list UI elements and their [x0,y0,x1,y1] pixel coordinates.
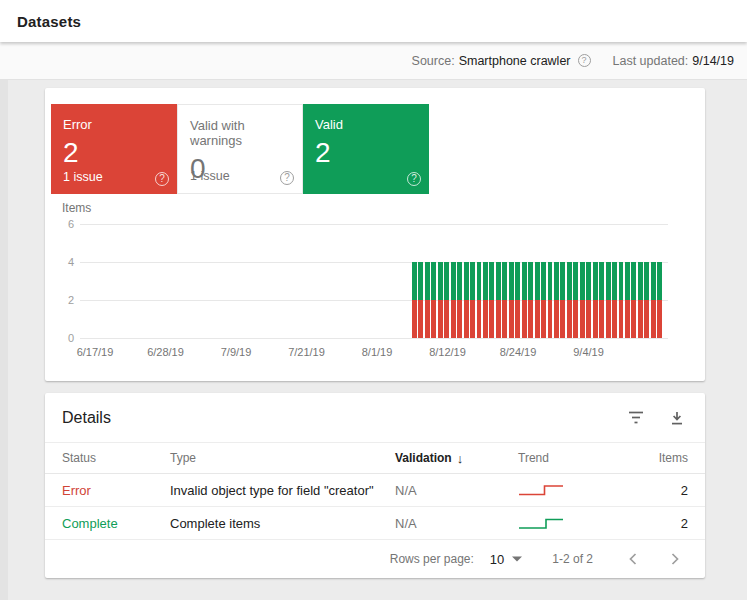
next-page-button[interactable] [667,549,683,569]
items-cell: 2 [630,483,688,498]
download-icon[interactable] [670,411,684,425]
trend-cell [518,482,630,498]
chart-bar [489,262,494,338]
table-row[interactable]: Complete Complete items N/A 2 [45,507,705,540]
chart-bar [438,262,443,338]
main-content: Error 2 1 issue ? Valid with warnings 0 … [0,80,747,578]
card-error[interactable]: Error 2 1 issue ? [51,104,177,194]
chart-bar [638,262,643,338]
y-axis-tick-label: 0 [50,332,74,344]
chart-plot: 02466/17/196/28/197/9/197/21/198/1/198/1… [80,224,668,338]
rows-per-page-label: Rows per page: [390,552,474,566]
trend-sparkline [518,482,564,498]
card-valid[interactable]: Valid 2 ? [303,104,429,194]
type-cell: Complete items [170,516,395,531]
chart-bar [625,262,630,338]
chart-bar [483,262,488,338]
validation-cell: N/A [395,483,518,498]
details-panel: Details [45,393,705,578]
chart-bar [502,262,507,338]
table-header-row: Status Type Validation ↓ Trend Items [45,442,705,474]
gridline [80,338,668,339]
column-items: Items [630,451,688,465]
chart-bar [560,262,565,338]
type-cell: Invalid object type for field "creator" [170,483,395,498]
x-axis-labels: 6/17/196/28/197/9/197/21/198/1/198/12/19… [80,346,668,360]
card-valid-with-warnings[interactable]: Valid with warnings 0 1 issue ? [177,104,303,194]
chart-bar [431,262,436,338]
y-axis-tick-label: 4 [50,256,74,268]
table-row[interactable]: Error Invalid object type for field "cre… [45,474,705,507]
chart-bar [657,262,662,338]
help-icon[interactable]: ? [155,172,169,186]
source-bar: Source: Smartphone crawler ? Last update… [0,42,747,80]
left-edge-shade [0,80,8,600]
column-trend: Trend [518,451,630,465]
chart-bar [651,262,656,338]
x-axis-tick-label: 7/21/19 [288,346,325,358]
chart-bar [599,262,604,338]
chart-bar [496,262,501,338]
chart-bar [567,262,572,338]
source-value: Smartphone crawler [459,54,571,68]
y-axis-tick-label: 6 [50,218,74,230]
help-icon[interactable]: ? [407,172,421,186]
source-label: Source: [412,54,455,68]
rows-per-page-value: 10 [490,552,504,567]
chart-bar [548,262,553,338]
column-validation[interactable]: Validation ↓ [395,451,518,466]
source-info: Source: Smartphone crawler ? [412,54,591,68]
page: Datasets Source: Smartphone crawler ? La… [0,0,747,578]
column-status: Status [62,451,170,465]
prev-page-button[interactable] [625,549,641,569]
y-axis-tick-label: 2 [50,294,74,306]
card-subtext: 1 issue [190,169,230,183]
chart-bar [554,262,559,338]
chart-bar [470,262,475,338]
card-label: Error [63,117,165,132]
dropdown-arrow-icon [512,556,522,562]
chart-bar [541,262,546,338]
chart-bar [451,262,456,338]
chart-bar [418,262,423,338]
chart-bar [515,262,520,338]
x-axis-tick-label: 8/1/19 [362,346,393,358]
chart-y-axis-title: Items [62,201,91,215]
filter-icon[interactable] [628,411,644,424]
chart-bar [612,262,617,338]
chart-bar [412,262,417,338]
last-updated-info: Last updated: 9/14/19 [613,54,734,68]
x-axis-tick-label: 8/24/19 [500,346,537,358]
card-subtext: 1 issue [63,170,103,184]
chart-bar [593,262,598,338]
chart-bar [457,262,462,338]
chevron-left-icon [629,553,637,565]
x-axis-tick-label: 7/9/19 [221,346,252,358]
card-count: 2 [63,137,165,169]
help-icon[interactable]: ? [280,171,294,185]
chart-bar [509,262,514,338]
last-updated-value: 9/14/19 [692,54,734,68]
chevron-right-icon [671,553,679,565]
chart-bar [631,262,636,338]
pagination-bar: Rows per page: 10 1-2 of 2 [45,540,705,578]
chart-bar [477,262,482,338]
details-title: Details [62,409,628,427]
x-axis-tick-label: 6/28/19 [147,346,184,358]
app-header: Datasets [0,0,747,42]
chart-bar [522,262,527,338]
items-cell: 2 [630,516,688,531]
chart-bar [528,262,533,338]
source-help-icon[interactable]: ? [578,54,591,67]
rows-per-page-select[interactable]: 10 [490,552,522,567]
chart-bar [535,262,540,338]
status-cell: Complete [62,516,170,531]
card-label: Valid [315,117,417,132]
page-title: Datasets [17,13,81,30]
x-axis-tick-label: 8/12/19 [429,346,466,358]
trend-cell [518,515,630,531]
card-count: 2 [315,137,417,169]
trend-sparkline [518,515,564,531]
chart-bar [580,262,585,338]
bar-series [412,224,662,338]
